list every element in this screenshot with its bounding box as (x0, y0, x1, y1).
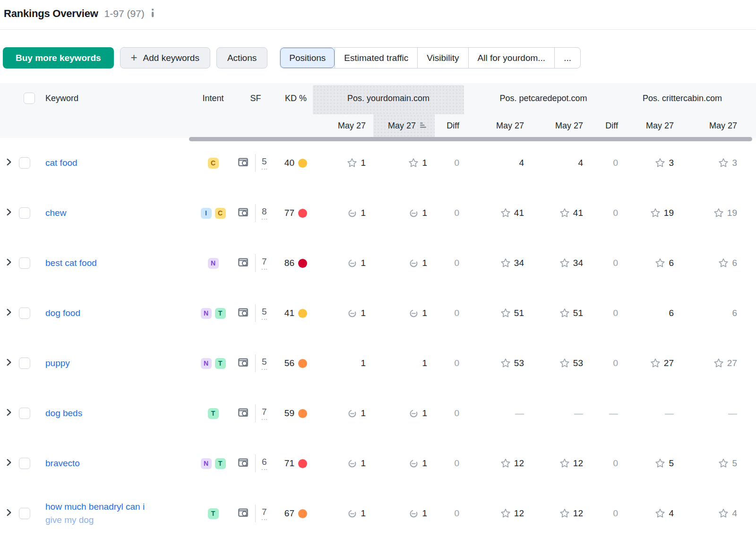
col-header-date-cc-2[interactable]: May 27 (681, 121, 756, 131)
position-value: 1 (422, 408, 427, 419)
star-icon (559, 508, 570, 519)
row-checkbox[interactable] (19, 257, 30, 269)
table-body: cat food C 5 40 11044033 chew IC 8 77 11… (0, 138, 756, 538)
results-range: 1-97 (97) (104, 8, 145, 19)
chevron-right-icon (4, 507, 14, 520)
position-value: 12 (514, 458, 524, 469)
add-keywords-button[interactable]: +Add keywords (120, 47, 210, 68)
row-expand-chevron[interactable] (0, 357, 19, 369)
rankings-table: Keyword Intent SF KD % Pos. yourdomain.c… (0, 83, 756, 538)
kd-value: 40 (284, 158, 294, 168)
pos-petcaredepot-may27-a: 4 (464, 158, 532, 168)
keyword-link[interactable]: best cat food (45, 258, 97, 268)
row-checkbox[interactable] (19, 207, 30, 219)
keyword-link[interactable]: chew (45, 208, 66, 218)
star-icon (559, 358, 570, 368)
position-value: 0 (454, 258, 459, 268)
pos-crittercabin-may27-b: 3 (681, 158, 756, 168)
col-header-kd[interactable]: KD % (279, 94, 313, 103)
col-header-keyword: Keyword (40, 94, 194, 103)
row-expand-chevron[interactable] (0, 207, 19, 219)
intent-badges: NT (194, 458, 232, 469)
keyword-link[interactable]: puppy (45, 358, 70, 368)
row-checkbox[interactable] (19, 358, 30, 369)
intent-badge-T: T (208, 508, 219, 519)
table-row: cat food C 5 40 11044033 (0, 138, 756, 188)
kd-difficulty-dot (298, 409, 307, 418)
col-group-yourdomain: Pos. yourdomain.com (313, 94, 464, 103)
row-expand-chevron[interactable] (0, 457, 19, 470)
row-expand-chevron[interactable] (0, 157, 19, 169)
col-header-date-yd-1[interactable]: May 27 (313, 121, 373, 131)
sf-count[interactable]: 5 (262, 156, 267, 170)
buy-more-keywords-button[interactable]: Buy more keywords (3, 47, 114, 68)
pos-yourdomain-may27-b: 1 (373, 308, 435, 318)
kd-cell: 59 (279, 408, 313, 419)
star-icon (500, 208, 511, 218)
col-header-date-cc-1[interactable]: May 27 (623, 121, 681, 131)
sf-divider (255, 404, 256, 422)
row-expand-chevron[interactable] (0, 507, 19, 520)
intent-badges: N (194, 258, 232, 269)
keyword-link[interactable]: cat food (45, 158, 77, 168)
col-header-date-yd-2-sorted[interactable]: May 27 (373, 121, 435, 131)
keyword-link[interactable]: dog food (45, 308, 80, 318)
row-expand-chevron[interactable] (0, 407, 19, 419)
intent-badge-T: T (208, 408, 219, 419)
star-icon (500, 308, 511, 318)
pos-crittercabin-may27-a: 3 (623, 158, 681, 168)
info-icon[interactable] (151, 9, 155, 19)
col-header-diff-yd[interactable]: Diff (435, 121, 464, 131)
intent-badge-N: N (208, 258, 219, 269)
sf-divider (255, 154, 256, 172)
sf-count[interactable]: 6 (262, 457, 267, 470)
sf-count[interactable]: 8 (262, 206, 267, 220)
tab-visibility[interactable]: Visibility (417, 48, 468, 68)
sf-divider (255, 254, 256, 272)
col-group-petcaredepot: Pos. petcaredepot.com (464, 94, 623, 103)
sf-count[interactable]: 7 (262, 507, 267, 520)
keyword-link[interactable]: bravecto (45, 458, 80, 468)
link-icon (409, 308, 419, 318)
sf-divider (255, 504, 256, 522)
sf-count[interactable]: 7 (262, 407, 267, 420)
diff-petcaredepot: 0 (591, 308, 623, 318)
row-checkbox[interactable] (19, 308, 30, 319)
keyword-link[interactable]: dog beds (45, 408, 82, 418)
keyword-link[interactable]: how much benadryl can igive my dog (45, 502, 194, 526)
row-checkbox[interactable] (19, 157, 30, 169)
col-header-date-pc-2[interactable]: May 27 (532, 121, 591, 131)
position-value: 3 (732, 158, 737, 168)
sf-count[interactable]: 7 (262, 256, 267, 270)
position-value: 0 (613, 208, 618, 218)
col-header-diff-pc[interactable]: Diff (591, 121, 623, 131)
tab-positions[interactable]: Positions (280, 48, 335, 68)
tab-estimated-traffic[interactable]: Estimated traffic (335, 48, 417, 68)
intent-badge-C: C (215, 208, 226, 219)
pos-crittercabin-may27-a: 5 (623, 458, 681, 469)
pos-petcaredepot-may27-b: 34 (532, 258, 591, 268)
row-checkbox[interactable] (19, 408, 30, 419)
star-icon (347, 158, 357, 168)
select-all-checkbox[interactable] (24, 93, 35, 104)
tab-all-for-domain[interactable]: All for yourdom... (468, 48, 555, 68)
horizontal-scrollbar-thumb[interactable] (189, 137, 752, 141)
position-value: 6 (669, 258, 674, 268)
row-expand-chevron[interactable] (0, 307, 19, 319)
chevron-right-icon (4, 457, 14, 470)
col-header-date-pc-1[interactable]: May 27 (464, 121, 532, 131)
pos-crittercabin-may27-b: 19 (681, 208, 756, 218)
tab-more[interactable]: ... (554, 48, 580, 68)
col-header-intent: Intent (194, 94, 232, 103)
row-checkbox[interactable] (19, 508, 30, 519)
sf-count[interactable]: 5 (262, 307, 267, 320)
intent-badge-C: C (208, 158, 219, 169)
diff-petcaredepot: 0 (591, 358, 623, 368)
position-value: 0 (613, 258, 618, 268)
row-checkbox[interactable] (19, 458, 30, 469)
row-expand-chevron[interactable] (0, 257, 19, 269)
star-icon (500, 358, 511, 368)
serp-features-icon (237, 457, 249, 470)
sf-count[interactable]: 5 (262, 357, 267, 370)
actions-button[interactable]: Actions (216, 47, 267, 68)
